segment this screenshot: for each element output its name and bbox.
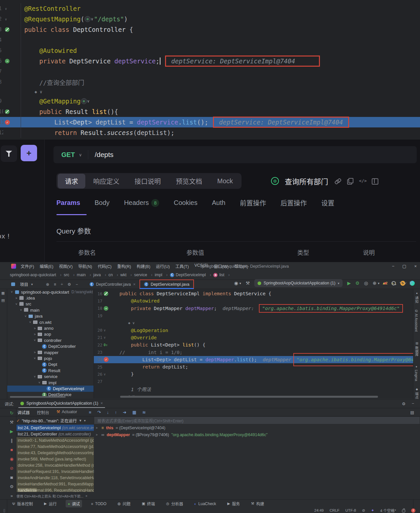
gutter[interactable]: 1∨ <box>0 3 21 14</box>
gutter[interactable]: 10 <box>0 106 21 117</box>
section-tab[interactable]: 后置操作 <box>281 198 307 208</box>
chevron-down-icon[interactable]: ∨ <box>79 152 82 157</box>
code-line[interactable]: 16public class DeptServiceImpl implement… <box>94 290 413 297</box>
mode-tab[interactable]: Mock <box>210 175 240 188</box>
breadcrumb-item[interactable]: wkt› <box>120 273 134 277</box>
stack-frame[interactable]: invoke0:-1, NativeMethodAccessorImpl (jd… <box>16 437 94 443</box>
gutter[interactable]: 9 <box>0 96 21 106</box>
fold-gutter-icon[interactable]: ∨ <box>5 17 7 21</box>
filter-button[interactable] <box>1 145 17 162</box>
chevron-down-icon[interactable]: ˅ <box>28 321 32 324</box>
stack-frame[interactable]: invokeAndHandle:118, ServletInvocableHa.… <box>16 475 94 481</box>
debug-action-icon[interactable]: ∥ <box>10 438 13 443</box>
method-select[interactable]: GET <box>61 151 75 159</box>
highlight-level-icon[interactable]: ⊘ <box>362 508 365 513</box>
indent-setting[interactable]: 4 个空格* <box>380 508 396 513</box>
menu-item[interactable]: 编辑(E) <box>40 263 53 269</box>
step-icon[interactable]: ▦ <box>132 410 136 415</box>
project-tool-icon[interactable]: ▦ <box>1 291 5 295</box>
tool-window-button[interactable]: ●调试 <box>66 500 82 507</box>
stack-frame[interactable]: handleInternal:896, RequestMappingHand..… <box>16 487 94 492</box>
debug-action-icon[interactable]: ◉ <box>10 457 13 461</box>
section-tab[interactable]: 前置操作 <box>240 198 266 208</box>
right-strip-通知[interactable]: ●通知 <box>414 292 419 303</box>
code-editor[interactable]: 16public class DeptServiceImpl implement… <box>94 289 413 398</box>
gear-icon[interactable]: ⚙ <box>402 401 406 406</box>
tree-item-deptserviceimpl[interactable]: CDeptServiceImpl <box>7 386 94 391</box>
fold-gutter-icon[interactable]: ∨ <box>104 328 106 332</box>
debug-action-icon[interactable]: ▶ <box>10 429 13 434</box>
maximize-button[interactable]: ▢ <box>402 264 406 269</box>
step-icon[interactable]: ↑ <box>115 410 117 415</box>
tree-item-springboot-aop-quickstart[interactable]: ˅springboot-aop-quickstartD:\wang\wkt <box>7 289 94 295</box>
panel-action-icon[interactable]: ÷ <box>61 282 63 287</box>
debug-action-icon[interactable]: ■ <box>10 447 13 452</box>
code-line[interactable]: 7 <box>0 66 420 77</box>
gutter[interactable]: 19 <box>94 312 116 319</box>
close-button[interactable]: × <box>414 264 417 269</box>
code-line[interactable]: 27 <box>94 378 413 385</box>
code-line[interactable]: 9 @GetMapping⊚∨ <box>0 96 420 106</box>
gutter[interactable]: 24✓ <box>94 356 116 363</box>
tool-window-button[interactable]: ▶运行 <box>42 500 59 507</box>
bp-gutter-icon[interactable]: ✓ <box>104 357 109 362</box>
right-strip-端点[interactable]: ◆端点 <box>414 388 419 399</box>
debug-action-icon[interactable]: ↻ <box>10 411 13 415</box>
gutter[interactable]: 21∨ <box>94 334 116 341</box>
split-view-icon[interactable] <box>371 178 378 184</box>
gutter[interactable]: 20∨ <box>94 326 116 334</box>
gutter[interactable]: 12 <box>0 127 21 138</box>
spring-gutter-icon[interactable] <box>5 27 10 32</box>
bean-gutter-icon[interactable]: → <box>5 59 10 63</box>
right-strip-数据库[interactable]: ▤数据库 <box>414 342 419 357</box>
code-line[interactable]: 20∨ @LogOperation <box>94 326 413 334</box>
add-request-button[interactable]: + <box>21 145 37 161</box>
gutter[interactable] <box>0 87 21 96</box>
mode-tab[interactable]: 响应定义 <box>86 174 127 189</box>
step-icon[interactable]: ≋ <box>142 410 146 415</box>
menu-item[interactable]: 工具(T) <box>175 263 189 269</box>
tool-window-button[interactable]: ◎分析器 <box>164 500 185 507</box>
tree-item-impl[interactable]: ˅impl <box>7 380 94 386</box>
editor-tab[interactable]: CDeptServiceImpl.java <box>140 280 194 289</box>
section-tab[interactable]: Auth <box>212 199 225 207</box>
menu-item[interactable]: 导航(N) <box>78 263 92 269</box>
section-tab[interactable]: 设置 <box>321 198 334 208</box>
gutter[interactable]: 25 <box>94 363 116 370</box>
breadcrumb-item[interactable]: cn› <box>108 273 120 277</box>
copy-icon[interactable] <box>346 178 353 184</box>
code-line[interactable]: 1∨@RestController <box>0 3 420 14</box>
menu-item[interactable]: 代码(C) <box>98 263 112 269</box>
request-url-bar[interactable]: GET ∨ /depts <box>53 146 417 163</box>
filter-icon[interactable]: ▼ <box>79 419 82 422</box>
gutter[interactable]: 23 <box>94 348 116 356</box>
chevron-down-icon[interactable]: ˅ <box>37 381 41 384</box>
debug-tab[interactable]: 控制台 <box>37 409 50 415</box>
chevron-down-icon[interactable]: ˅ <box>24 315 28 318</box>
code-line[interactable]: 10 public Result list(){ <box>0 106 420 117</box>
link-icon[interactable] <box>334 178 341 184</box>
tree-item-.idea[interactable]: >.idea <box>7 295 94 301</box>
tool-window-button[interactable]: ◍问题 <box>115 500 133 507</box>
variable-row[interactable]: >≡this = (DeptServiceImpl@7404) <box>94 424 420 431</box>
debug-action-icon[interactable]: ⚙ <box>10 484 14 489</box>
chevron-right-icon[interactable]: > <box>33 327 37 330</box>
project-panel-header[interactable]: 项目 ▾ <box>10 281 33 287</box>
gutter[interactable]: 6→ <box>0 56 21 66</box>
tree-item-main[interactable]: ˅main <box>7 307 94 313</box>
chevron-right-icon[interactable]: > <box>33 333 37 336</box>
bp-gutter-icon[interactable]: ✓ <box>5 120 10 125</box>
gutter[interactable]: 2∨ <box>0 14 21 24</box>
gutter[interactable]: 5 <box>0 45 21 56</box>
minimize-button[interactable]: − <box>392 264 395 269</box>
inspection-widget[interactable]: ▲2 ▲1 ^ ˅ ☰ <box>382 281 413 285</box>
expand-icon[interactable]: > <box>96 433 99 436</box>
section-tab[interactable]: Cookies <box>174 199 197 207</box>
bean-gutter-icon[interactable]: → <box>104 306 108 311</box>
tree-item-aop[interactable]: >aop <box>7 331 94 337</box>
mode-tab[interactable]: 预览文档 <box>169 174 209 189</box>
folder-tool-icon[interactable]: ▤ <box>1 298 5 302</box>
breadcrumb-item[interactable]: src› <box>64 273 77 277</box>
code-line[interactable]: 22O↑ public List<Dept> list() { <box>94 341 413 348</box>
debug-action-icon[interactable]: ⊘ <box>10 466 13 471</box>
